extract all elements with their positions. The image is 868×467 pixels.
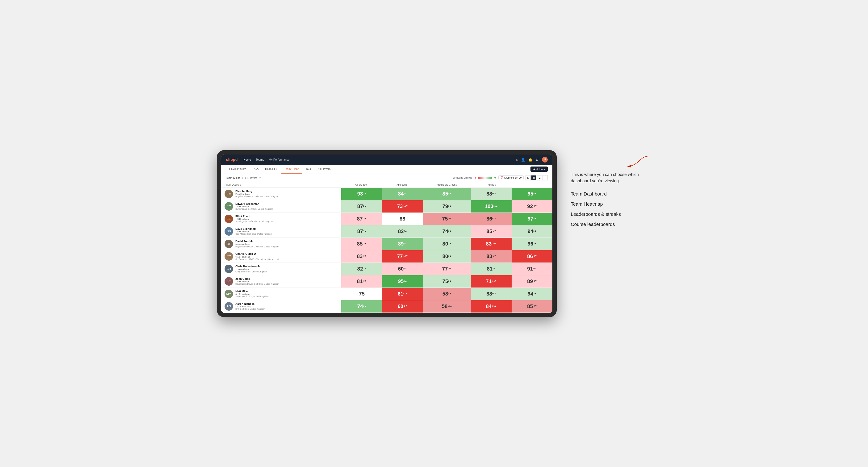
score-value: 91 [527, 266, 533, 272]
score-value: 58 [442, 291, 448, 297]
add-team-button[interactable]: Add Team [530, 166, 548, 172]
score-cell: 77-3▼ [423, 262, 471, 275]
player-club: Craigmillar Park, United Kingdom [236, 271, 267, 273]
score-value: 73 [397, 203, 403, 209]
range-neg: -5 [474, 177, 476, 179]
user-avatar[interactable]: U [542, 157, 548, 162]
bell-icon[interactable]: 🔔 [528, 158, 532, 161]
player-cell[interactable]: EE Elliot Ebert 1-5 Handicap Sunningdale… [221, 213, 341, 225]
player-name: Blair McHarg [236, 190, 279, 193]
top-nav: clippd Home Teams My Performance ⌕ 👤 🔔 ⚙… [221, 154, 552, 165]
score-cell: 89-2▼ [512, 275, 552, 287]
player-cell[interactable]: BM Blair McHarg Plus Handicap Royal Nort… [221, 187, 341, 200]
score-cell: 91-3▼ [512, 262, 552, 275]
edit-icon[interactable]: ✎ [259, 176, 261, 179]
tab-pga[interactable]: PGA [250, 165, 262, 174]
score-delta: 4▲ [363, 192, 366, 194]
col-header-off-tee[interactable]: Off the Tee ↓ [341, 182, 382, 188]
sub-nav: PGAT Players PGA Hcaps 1-5 Team Clippd T… [221, 165, 552, 174]
player-club: Royal North Devon Golf Club, United King… [236, 283, 279, 285]
score-cell: 87-3▼ [341, 213, 382, 225]
score-cell: 799▲ [423, 200, 471, 213]
player-cell[interactable]: EC Edward Crossman 1-5 Handicap Sunningd… [221, 200, 341, 213]
score-value: 86 [527, 253, 533, 259]
player-hcp: 6-10 Handicap [236, 255, 280, 258]
tab-all-players[interactable]: All Players [314, 165, 334, 174]
score-cell: 943▲ [512, 287, 552, 300]
player-cell[interactable]: CQ Charlie Quick ⊕ 6-10 Handicap St. Geo… [221, 250, 341, 262]
score-cell: 75 [341, 287, 382, 300]
arrow-svg [623, 155, 651, 169]
score-cell: 83-10▼ [471, 238, 512, 250]
heatmap-view-button[interactable]: ▦ [531, 175, 536, 181]
player-club: Gog Magog Golf Club, United Kingdom [236, 233, 272, 235]
score-delta: 2▲ [404, 267, 407, 269]
col-header-player[interactable]: Player Quality ↓ [221, 182, 341, 188]
avatar: JC [224, 277, 233, 286]
player-cell[interactable]: DF David Ford ⊕ Plus Handicap Royal Nort… [221, 238, 341, 250]
score-cell: 88 [382, 213, 423, 225]
player-info: Aaron Nicholls 11-15 Handicap Drift Golf… [236, 302, 265, 310]
table-row: CR Chris Robertson ⊕ 1-5 Handicap Craigm… [221, 262, 552, 275]
nav-home[interactable]: Home [243, 157, 251, 162]
search-icon[interactable]: ⌕ [516, 158, 518, 161]
score-delta: 1▲ [363, 205, 366, 207]
player-club: Woburn Golf Club, United Kingdom [236, 295, 269, 298]
col-header-putting[interactable]: Putting ↓ [471, 182, 512, 188]
avatar: MM [224, 290, 233, 298]
logo: clippd [226, 158, 238, 162]
player-info: Charlie Quick ⊕ 6-10 Handicap St. George… [236, 252, 280, 260]
score-cell: 748▲ [341, 300, 382, 312]
score-cell: 71-11▼ [471, 275, 512, 287]
score-delta: 3▲ [448, 242, 452, 244]
player-cell[interactable]: DB Dave Billingham 1-5 Handicap Gog Mago… [221, 225, 341, 238]
score-delta: -3▼ [363, 242, 367, 244]
score-value: 82 [357, 266, 363, 272]
score-cell: 75-3▼ [423, 213, 471, 225]
score-cell: 752▲ [423, 275, 471, 287]
score-cell: 602▲ [382, 262, 423, 275]
score-cell: 83-3▼ [341, 250, 382, 262]
score-value: 85 [486, 228, 492, 234]
player-cell[interactable]: JC Josh Coles 1-5 Handicap Royal North D… [221, 275, 341, 287]
team-bar: Team Clippd | 14 Players ✎ 20 Round Chan… [221, 174, 552, 182]
grid-view-button[interactable]: ⊞ [526, 175, 531, 181]
player-info: David Ford ⊕ Plus Handicap Royal North D… [236, 240, 279, 248]
tab-team-clippd[interactable]: Team Clippd [281, 165, 303, 174]
score-cell: 871▲ [341, 200, 382, 213]
tab-hcaps[interactable]: Hcaps 1-5 [262, 165, 281, 174]
tab-pgat-players[interactable]: PGAT Players [226, 165, 250, 174]
data-table-container: Player Quality ↓ Off the Tee ↓ Approach … [221, 182, 552, 313]
player-cell[interactable]: CR Chris Robertson ⊕ 1-5 Handicap Craigm… [221, 262, 341, 275]
col-header-around-green[interactable]: Around the Green ↓ [423, 182, 471, 188]
score-cell: 874▲ [341, 225, 382, 238]
col-header-approach[interactable]: Approach ↓ [382, 182, 423, 188]
score-cell: 10315▲ [471, 200, 512, 213]
score-value: 83 [357, 253, 363, 259]
score-cell: 85-3▼ [341, 238, 382, 250]
score-cell: 84-21▲ [471, 300, 512, 312]
nav-teams[interactable]: Teams [256, 157, 264, 162]
settings-icon[interactable]: ⚙ [536, 158, 539, 161]
score-delta: -8▼ [533, 254, 537, 257]
score-value: 84 [486, 303, 492, 309]
tab-tour[interactable]: Tour [302, 165, 314, 174]
last-rounds-button[interactable]: 📅 Last Rounds: 20 [498, 176, 524, 180]
score-delta: 1▲ [448, 254, 452, 257]
score-delta: -3▼ [448, 267, 452, 269]
download-button[interactable]: ↓ [542, 175, 548, 181]
player-name: Charlie Quick ⊕ [236, 252, 280, 255]
nav-links: Home Teams My Performance [243, 157, 510, 162]
user-icon[interactable]: 👤 [521, 158, 525, 161]
score-delta: 1▲ [533, 229, 536, 232]
player-cell[interactable]: AN Aaron Nicholls 11-15 Handicap Drift G… [221, 300, 341, 312]
list-view-button[interactable]: ☰ [537, 175, 542, 181]
nav-my-performance[interactable]: My Performance [269, 157, 289, 162]
score-cell: 824▲ [382, 225, 423, 238]
score-delta: -6▼ [492, 254, 496, 257]
score-cell: 975▲ [512, 213, 552, 225]
player-cell[interactable]: MM Matt Miller 6-10 Handicap Woburn Golf… [221, 287, 341, 300]
change-bar-visual [478, 177, 492, 179]
annotation-panel: This is where you can choose which dashb… [571, 150, 651, 227]
score-value: 77 [442, 266, 448, 272]
